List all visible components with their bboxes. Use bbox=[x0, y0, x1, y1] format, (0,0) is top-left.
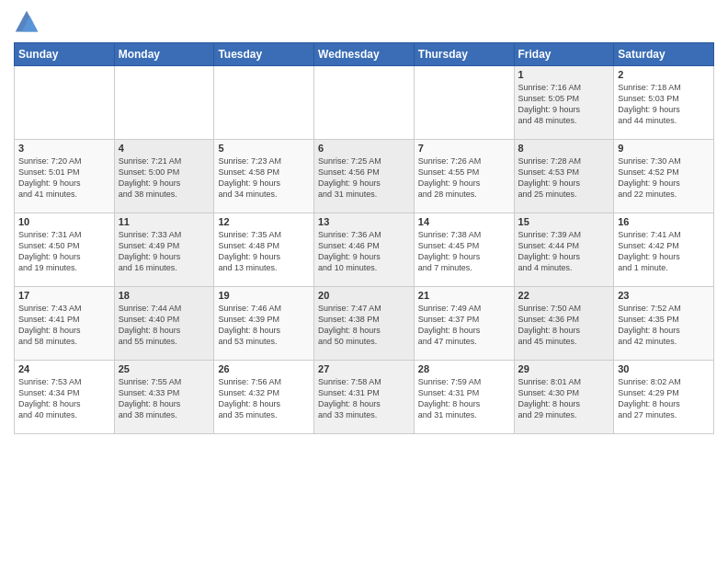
calendar-cell: 21Sunrise: 7:49 AM Sunset: 4:37 PM Dayli… bbox=[414, 287, 514, 361]
day-info: Sunrise: 7:18 AM Sunset: 5:03 PM Dayligh… bbox=[618, 82, 710, 127]
day-number: 12 bbox=[218, 216, 310, 227]
day-info: Sunrise: 7:38 AM Sunset: 4:45 PM Dayligh… bbox=[418, 229, 510, 274]
calendar-cell: 24Sunrise: 7:53 AM Sunset: 4:34 PM Dayli… bbox=[15, 361, 115, 434]
day-info: Sunrise: 7:20 AM Sunset: 5:01 PM Dayligh… bbox=[18, 155, 110, 201]
calendar-cell: 26Sunrise: 7:56 AM Sunset: 4:32 PM Dayli… bbox=[214, 361, 314, 434]
calendar-cell: 8Sunrise: 7:28 AM Sunset: 4:53 PM Daylig… bbox=[514, 140, 614, 213]
calendar-week-row: 17Sunrise: 7:43 AM Sunset: 4:41 PM Dayli… bbox=[15, 287, 714, 361]
day-info: Sunrise: 7:26 AM Sunset: 4:55 PM Dayligh… bbox=[418, 155, 510, 201]
calendar-cell: 14Sunrise: 7:38 AM Sunset: 4:45 PM Dayli… bbox=[414, 213, 514, 287]
day-header-saturday: Saturday bbox=[614, 43, 714, 66]
calendar-cell: 25Sunrise: 7:55 AM Sunset: 4:33 PM Dayli… bbox=[114, 361, 214, 434]
calendar-cell bbox=[314, 66, 415, 140]
day-number: 20 bbox=[318, 290, 410, 301]
calendar-header-row: SundayMondayTuesdayWednesdayThursdayFrid… bbox=[15, 43, 714, 66]
day-number: 7 bbox=[418, 143, 510, 154]
day-info: Sunrise: 7:56 AM Sunset: 4:32 PM Dayligh… bbox=[218, 376, 310, 421]
day-number: 23 bbox=[618, 290, 710, 301]
calendar-cell: 28Sunrise: 7:59 AM Sunset: 4:31 PM Dayli… bbox=[414, 361, 514, 434]
day-number: 16 bbox=[618, 216, 710, 227]
day-info: Sunrise: 7:49 AM Sunset: 4:37 PM Dayligh… bbox=[418, 303, 510, 348]
day-number: 22 bbox=[518, 290, 610, 301]
day-number: 6 bbox=[318, 143, 410, 154]
day-number: 4 bbox=[119, 143, 210, 154]
day-info: Sunrise: 7:16 AM Sunset: 5:05 PM Dayligh… bbox=[518, 82, 610, 127]
page-container: SundayMondayTuesdayWednesdayThursdayFrid… bbox=[0, 0, 728, 439]
day-number: 27 bbox=[318, 363, 410, 374]
day-number: 15 bbox=[518, 216, 610, 227]
day-info: Sunrise: 7:30 AM Sunset: 4:52 PM Dayligh… bbox=[618, 155, 710, 201]
day-number: 18 bbox=[119, 290, 210, 301]
day-number: 10 bbox=[18, 216, 110, 227]
calendar-week-row: 10Sunrise: 7:31 AM Sunset: 4:50 PM Dayli… bbox=[15, 213, 714, 287]
day-header-monday: Monday bbox=[114, 43, 214, 66]
day-info: Sunrise: 8:02 AM Sunset: 4:29 PM Dayligh… bbox=[618, 376, 710, 421]
day-number: 11 bbox=[119, 216, 210, 227]
day-header-wednesday: Wednesday bbox=[314, 43, 415, 66]
calendar-cell: 30Sunrise: 8:02 AM Sunset: 4:29 PM Dayli… bbox=[614, 361, 714, 434]
calendar-cell bbox=[414, 66, 514, 140]
day-info: Sunrise: 7:46 AM Sunset: 4:39 PM Dayligh… bbox=[218, 303, 310, 348]
calendar-cell: 18Sunrise: 7:44 AM Sunset: 4:40 PM Dayli… bbox=[114, 287, 214, 361]
day-number: 24 bbox=[18, 363, 110, 374]
calendar-cell bbox=[214, 66, 314, 140]
day-info: Sunrise: 7:41 AM Sunset: 4:42 PM Dayligh… bbox=[618, 229, 710, 274]
day-info: Sunrise: 7:39 AM Sunset: 4:44 PM Dayligh… bbox=[518, 229, 610, 274]
day-number: 14 bbox=[418, 216, 510, 227]
calendar-cell: 13Sunrise: 7:36 AM Sunset: 4:46 PM Dayli… bbox=[314, 213, 415, 287]
calendar-cell: 1Sunrise: 7:16 AM Sunset: 5:05 PM Daylig… bbox=[514, 66, 614, 140]
day-info: Sunrise: 7:35 AM Sunset: 4:48 PM Dayligh… bbox=[218, 229, 310, 274]
day-info: Sunrise: 7:59 AM Sunset: 4:31 PM Dayligh… bbox=[418, 376, 510, 421]
calendar-cell: 6Sunrise: 7:25 AM Sunset: 4:56 PM Daylig… bbox=[314, 140, 415, 213]
calendar-cell: 20Sunrise: 7:47 AM Sunset: 4:38 PM Dayli… bbox=[314, 287, 415, 361]
day-number: 19 bbox=[218, 290, 310, 301]
calendar-cell: 3Sunrise: 7:20 AM Sunset: 5:01 PM Daylig… bbox=[15, 140, 115, 213]
day-number: 9 bbox=[618, 143, 710, 154]
calendar-cell: 23Sunrise: 7:52 AM Sunset: 4:35 PM Dayli… bbox=[614, 287, 714, 361]
day-info: Sunrise: 7:55 AM Sunset: 4:33 PM Dayligh… bbox=[119, 376, 210, 421]
day-number: 29 bbox=[518, 363, 610, 374]
day-header-friday: Friday bbox=[514, 43, 614, 66]
day-info: Sunrise: 7:43 AM Sunset: 4:41 PM Dayligh… bbox=[18, 303, 110, 348]
calendar-table: SundayMondayTuesdayWednesdayThursdayFrid… bbox=[14, 42, 714, 434]
calendar-cell: 2Sunrise: 7:18 AM Sunset: 5:03 PM Daylig… bbox=[614, 66, 714, 140]
day-number: 25 bbox=[119, 363, 210, 374]
calendar-cell bbox=[114, 66, 214, 140]
day-number: 5 bbox=[218, 143, 310, 154]
day-number: 2 bbox=[618, 69, 710, 80]
day-number: 26 bbox=[218, 363, 310, 374]
calendar-cell: 7Sunrise: 7:26 AM Sunset: 4:55 PM Daylig… bbox=[414, 140, 514, 213]
day-number: 3 bbox=[18, 143, 110, 154]
day-info: Sunrise: 7:44 AM Sunset: 4:40 PM Dayligh… bbox=[119, 303, 210, 348]
day-header-tuesday: Tuesday bbox=[214, 43, 314, 66]
calendar-cell: 27Sunrise: 7:58 AM Sunset: 4:31 PM Dayli… bbox=[314, 361, 415, 434]
day-info: Sunrise: 7:21 AM Sunset: 5:00 PM Dayligh… bbox=[119, 155, 210, 201]
calendar-cell: 4Sunrise: 7:21 AM Sunset: 5:00 PM Daylig… bbox=[114, 140, 214, 213]
calendar-cell: 16Sunrise: 7:41 AM Sunset: 4:42 PM Dayli… bbox=[614, 213, 714, 287]
day-info: Sunrise: 7:33 AM Sunset: 4:49 PM Dayligh… bbox=[119, 229, 210, 274]
logo-icon bbox=[14, 9, 40, 35]
logo bbox=[14, 9, 43, 35]
day-number: 21 bbox=[418, 290, 510, 301]
day-info: Sunrise: 7:53 AM Sunset: 4:34 PM Dayligh… bbox=[18, 376, 110, 421]
calendar-cell: 15Sunrise: 7:39 AM Sunset: 4:44 PM Dayli… bbox=[514, 213, 614, 287]
day-header-sunday: Sunday bbox=[15, 43, 115, 66]
calendar-cell: 12Sunrise: 7:35 AM Sunset: 4:48 PM Dayli… bbox=[214, 213, 314, 287]
calendar-cell: 19Sunrise: 7:46 AM Sunset: 4:39 PM Dayli… bbox=[214, 287, 314, 361]
day-info: Sunrise: 7:25 AM Sunset: 4:56 PM Dayligh… bbox=[318, 155, 410, 201]
calendar-cell: 29Sunrise: 8:01 AM Sunset: 4:30 PM Dayli… bbox=[514, 361, 614, 434]
calendar-week-row: 24Sunrise: 7:53 AM Sunset: 4:34 PM Dayli… bbox=[15, 361, 714, 434]
day-info: Sunrise: 7:50 AM Sunset: 4:36 PM Dayligh… bbox=[518, 303, 610, 348]
day-info: Sunrise: 8:01 AM Sunset: 4:30 PM Dayligh… bbox=[518, 376, 610, 421]
calendar-week-row: 1Sunrise: 7:16 AM Sunset: 5:05 PM Daylig… bbox=[15, 66, 714, 140]
day-number: 8 bbox=[518, 143, 610, 154]
calendar-cell bbox=[15, 66, 115, 140]
day-header-thursday: Thursday bbox=[414, 43, 514, 66]
calendar-week-row: 3Sunrise: 7:20 AM Sunset: 5:01 PM Daylig… bbox=[15, 140, 714, 213]
calendar-cell: 11Sunrise: 7:33 AM Sunset: 4:49 PM Dayli… bbox=[114, 213, 214, 287]
header bbox=[14, 9, 714, 35]
day-number: 13 bbox=[318, 216, 410, 227]
day-info: Sunrise: 7:28 AM Sunset: 4:53 PM Dayligh… bbox=[518, 155, 610, 201]
calendar-cell: 5Sunrise: 7:23 AM Sunset: 4:58 PM Daylig… bbox=[214, 140, 314, 213]
calendar-cell: 22Sunrise: 7:50 AM Sunset: 4:36 PM Dayli… bbox=[514, 287, 614, 361]
